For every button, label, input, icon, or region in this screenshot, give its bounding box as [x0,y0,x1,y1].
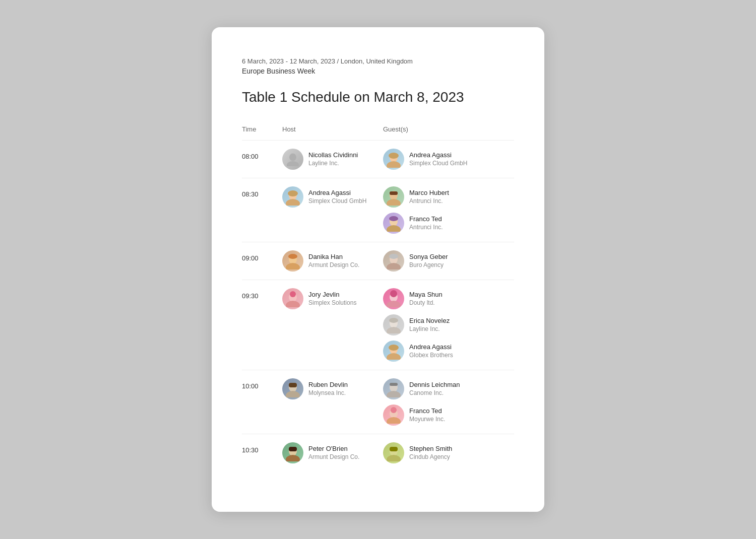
svg-point-15 [286,263,300,270]
person-info: Franco TedMoyurwe Inc. [409,407,445,423]
guests-cell: Sonya GeberBuro Agency [383,250,514,272]
svg-point-9 [387,199,401,206]
person-info: Franco TedAntrunci Inc. [409,215,443,231]
svg-point-24 [387,301,401,307]
avatar [383,288,404,309]
svg-point-7 [288,190,298,196]
svg-point-27 [387,327,401,333]
svg-point-13 [389,216,398,221]
person-name: Andrea Agassi [308,189,366,197]
svg-point-33 [286,391,300,397]
svg-point-42 [286,455,300,461]
avatar [383,250,404,272]
avatar [282,250,303,272]
person-info: Dennis LeichmanCanome Inc. [409,381,460,397]
time-cell: 09:30 [242,288,282,300]
avatar [383,442,404,463]
time-cell: 09:00 [242,250,282,262]
svg-point-16 [288,254,297,259]
person-company: Cindub Agency [409,453,452,461]
person-info: Stephen SmithCindub Agency [409,445,452,461]
person-company: Simplex Cloud GmbH [409,160,467,168]
avatar [383,378,404,399]
table-row: 09:30Jory JevlinSimplex SolutionsMaya Sh… [242,280,514,370]
person-company: Antrunci Inc. [409,197,449,206]
person-info: Andrea AgassiGlobex Brothers [409,343,453,359]
person-info: Sonya GeberBuro Agency [409,253,448,269]
guests-cell: Dennis LeichmanCanome Inc.Franco TedMoyu… [383,378,514,426]
person-entry: Nicollas CividinniLayline Inc. [282,149,358,170]
person-entry: Erica NovelezLayline Inc. [383,314,514,335]
avatar [383,149,404,170]
person-info: Andrea AgassiSimplex Cloud GmbH [409,151,467,167]
table-row: 08:30Andrea AgassiSimplex Cloud GmbHMarc… [242,178,514,242]
person-company: Armunt Design Co. [308,453,359,461]
host-cell: Danika HanArmunt Design Co. [282,250,383,272]
time-cell: 08:00 [242,149,282,160]
avatar [383,186,404,208]
person-entry: Andrea AgassiSimplex Cloud GmbH [282,186,366,208]
person-company: Douty ltd. [409,299,443,307]
avatar [282,186,303,208]
person-info: Erica NovelezLayline Inc. [409,317,450,333]
person-name: Andrea Agassi [409,151,467,160]
person-entry: Maya ShunDouty ltd. [383,288,514,309]
person-name: Ruben Devlin [308,381,348,389]
svg-point-4 [389,153,399,159]
svg-rect-34 [289,383,297,387]
avatar [282,378,303,399]
svg-point-31 [389,345,399,351]
svg-point-12 [387,225,401,232]
person-company: Layline Inc. [409,325,450,333]
time-cell: 10:00 [242,378,282,390]
svg-point-1 [287,161,299,166]
person-entry: Andrea AgassiSimplex Cloud GmbH [383,149,514,170]
person-entry: Danika HanArmunt Design Co. [282,250,359,272]
person-company: Moyurwe Inc. [409,416,445,424]
person-info: Jory JevlinSimplex Solutions [308,291,356,307]
table-row: 10:30Peter O'BrienArmunt Design Co.Steph… [242,434,514,471]
person-info: Marco HubertAntrunci Inc. [409,189,449,205]
person-name: Marco Hubert [409,189,449,197]
person-entry: Sonya GeberBuro Agency [383,250,514,272]
person-entry: Marco HubertAntrunci Inc. [383,186,514,208]
svg-rect-46 [390,447,398,451]
person-entry: Dennis LeichmanCanome Inc. [383,378,514,399]
person-company: Buro Agency [409,261,448,270]
host-cell: Jory JevlinSimplex Solutions [282,288,383,309]
host-cell: Nicollas CividinniLayline Inc. [282,149,383,170]
avatar [383,213,404,234]
avatar [383,405,404,426]
person-name: Franco Ted [409,215,443,224]
person-company: Antrunci Inc. [409,224,443,232]
svg-point-36 [387,391,401,397]
svg-point-19 [389,254,398,259]
person-name: Maya Shun [409,291,443,299]
person-name: Erica Novelez [409,317,450,325]
svg-rect-43 [289,447,297,451]
person-company: Layline Inc. [308,160,358,168]
person-company: Molynsea Inc. [308,389,348,397]
table-row: 10:00Ruben DevlinMolynsea Inc.Dennis Lei… [242,370,514,434]
person-entry: Franco TedAntrunci Inc. [383,213,514,234]
person-entry: Peter O'BrienArmunt Design Co. [282,442,359,463]
person-name: Peter O'Brien [308,445,359,453]
guests-cell: Maya ShunDouty ltd.Erica NovelezLayline … [383,288,514,362]
avatar [282,442,303,463]
avatar [383,341,404,362]
host-cell: Andrea AgassiSimplex Cloud GmbH [282,186,383,208]
guests-cell: Andrea AgassiSimplex Cloud GmbH [383,149,514,170]
person-entry: Franco TedMoyurwe Inc. [383,405,514,426]
svg-point-39 [387,417,401,424]
person-name: Franco Ted [409,407,445,416]
page-title: Table 1 Schedule on March 8, 2023 [242,89,514,105]
svg-point-45 [387,455,401,461]
svg-point-30 [387,353,401,360]
svg-point-0 [289,154,296,161]
time-cell: 10:30 [242,442,282,454]
person-company: Globex Brothers [409,352,453,360]
person-info: Nicollas CividinniLayline Inc. [308,151,358,167]
person-entry: Andrea AgassiGlobex Brothers [383,341,514,362]
svg-point-3 [387,161,401,168]
svg-point-28 [389,318,398,323]
